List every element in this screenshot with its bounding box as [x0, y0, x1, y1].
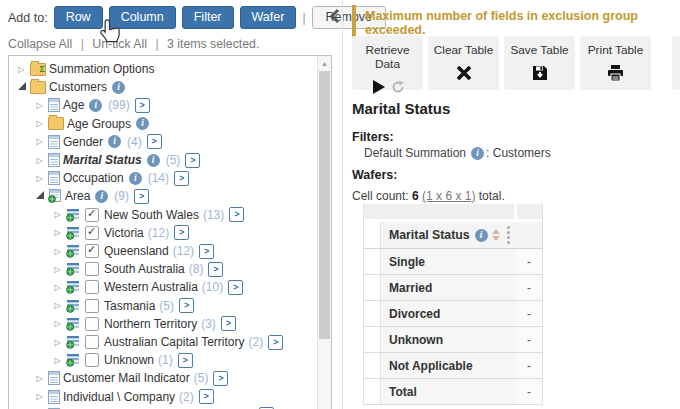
drill-arrow-icon[interactable]: >	[179, 298, 194, 313]
tree-scrollbar[interactable]: ▲	[317, 56, 331, 409]
expand-arrow-icon[interactable]: ▷	[51, 226, 64, 240]
expand-arrow-icon[interactable]: ▷	[33, 371, 46, 385]
drill-arrow-icon[interactable]: >	[174, 171, 189, 186]
tree-item-marital-status[interactable]: ▷Marital Statusi(5)>	[33, 151, 332, 169]
tree-item-australian-capital-territory[interactable]: ▷Australian Capital Territory(2)>	[51, 333, 332, 351]
info-icon[interactable]: i	[147, 154, 160, 167]
column-menu-icon[interactable]	[507, 226, 510, 244]
expand-arrow-icon[interactable]: ▷	[33, 98, 46, 112]
item-checkbox[interactable]	[85, 244, 99, 258]
expand-arrow-icon[interactable]: ▷	[51, 244, 64, 258]
item-checkbox[interactable]	[85, 335, 99, 349]
expand-arrow-icon[interactable]: ▷	[51, 208, 64, 222]
tree-item-customers[interactable]: Customersi	[15, 78, 315, 96]
row-label[interactable]: Not Applicable	[381, 353, 516, 378]
collapse-arrow-icon[interactable]	[15, 80, 28, 94]
retrieve-data-button[interactable]: Retrieve Data	[352, 36, 423, 90]
collapse-panel-chevron-icon[interactable]	[330, 8, 340, 27]
expand-arrow-icon[interactable]: ▷	[15, 62, 28, 76]
drill-arrow-icon[interactable]: >	[199, 389, 214, 404]
expand-arrow-icon[interactable]: ▷	[51, 335, 64, 349]
expand-arrow-icon[interactable]: ▷	[51, 317, 64, 331]
drill-arrow-icon[interactable]: >	[134, 189, 149, 204]
tree-item-area[interactable]: Areai(9)>	[33, 187, 332, 205]
drill-arrow-icon[interactable]: >	[208, 262, 223, 277]
sort-icon[interactable]	[492, 225, 500, 245]
add-to-column-button[interactable]: Column	[109, 6, 176, 29]
expand-arrow-icon[interactable]: ▷	[33, 390, 46, 404]
tree-item-south-australia[interactable]: ▷South Australia(8)>	[51, 260, 332, 278]
tree-item-victoria[interactable]: ▷Victoria(12)>	[51, 224, 332, 242]
info-icon[interactable]: i	[136, 117, 149, 130]
row-label[interactable]: Single	[381, 249, 516, 274]
print-table-button[interactable]: Print Table	[580, 36, 651, 90]
drill-arrow-icon[interactable]: >	[228, 280, 243, 295]
collapse-all-link[interactable]: Collapse All	[8, 37, 72, 51]
row-label[interactable]: Married	[381, 275, 516, 300]
row-label[interactable]: Total	[381, 379, 516, 404]
toolbar-button-partial[interactable]	[672, 36, 680, 90]
tree-item-queensland[interactable]: ▷Queensland(12)>	[51, 242, 332, 260]
tree-item-gender[interactable]: ▷Genderi(4)>	[33, 133, 332, 151]
drill-arrow-icon[interactable]: >	[268, 335, 283, 350]
drill-arrow-icon[interactable]: >	[147, 134, 162, 149]
tree-item-tasmania[interactable]: ▷Tasmania(5)>	[51, 297, 332, 315]
drill-arrow-icon[interactable]: >	[199, 244, 214, 259]
scroll-up-icon[interactable]: ▲	[318, 59, 331, 69]
tree-item-occupation[interactable]: ▷Occupationi(14)>	[33, 169, 332, 187]
info-icon[interactable]: i	[129, 172, 142, 185]
info-icon[interactable]: i	[112, 81, 125, 94]
info-icon[interactable]: i	[108, 135, 121, 148]
tree-item-age-groups[interactable]: ▷Age Groupsi	[33, 115, 332, 133]
add-to-row-button[interactable]: Row	[54, 6, 103, 29]
row-handle	[364, 301, 381, 326]
drill-arrow-icon[interactable]: >	[213, 371, 228, 386]
tree-item-new-south-wales[interactable]: ▷New South Wales(13)>	[51, 206, 332, 224]
item-checkbox[interactable]	[85, 353, 99, 367]
drill-arrow-icon[interactable]: >	[174, 225, 189, 240]
item-checkbox[interactable]	[85, 299, 99, 313]
clear-table-button[interactable]: Clear Table	[428, 36, 499, 90]
item-checkbox[interactable]	[85, 262, 99, 276]
expand-arrow-icon[interactable]: ▷	[51, 280, 64, 294]
untick-all-link[interactable]: Un-tick All	[92, 37, 147, 51]
cell-count-link[interactable]: (1 x 6 x 1)	[422, 189, 475, 203]
tree-item-age[interactable]: ▷Agei(99)>	[33, 96, 332, 114]
info-icon[interactable]: i	[475, 229, 488, 242]
row-label[interactable]: Divorced	[381, 301, 516, 326]
expand-arrow-icon[interactable]: ▷	[51, 353, 64, 367]
drill-arrow-icon[interactable]: >	[221, 316, 236, 331]
info-icon[interactable]: i	[89, 99, 102, 112]
expand-arrow-icon[interactable]: ▷	[51, 299, 64, 313]
item-checkbox[interactable]	[85, 208, 99, 222]
add-to-filter-button[interactable]: Filter	[182, 6, 234, 29]
drill-arrow-icon[interactable]: >	[185, 153, 200, 168]
tree-item-customer-mail-indicator[interactable]: ▷Customer Mail Indicator(5)>	[33, 369, 332, 387]
tree-item-summation-options[interactable]: ▷ΣSummation Options	[15, 60, 315, 78]
collapse-arrow-icon[interactable]	[33, 189, 46, 203]
value-count: (3)	[201, 317, 216, 331]
table-icon	[48, 135, 60, 149]
expand-arrow-icon[interactable]: ▷	[51, 262, 64, 276]
row-label[interactable]: Unknown	[381, 327, 516, 352]
drill-arrow-icon[interactable]: >	[229, 207, 244, 222]
item-checkbox[interactable]	[85, 226, 99, 240]
item-checkbox[interactable]	[85, 280, 99, 294]
tree-item-western-australia[interactable]: ▷Western Australia(10)>	[51, 278, 332, 296]
save-table-button[interactable]: Save Table	[504, 36, 575, 90]
drill-arrow-icon[interactable]: >	[178, 353, 193, 368]
expand-arrow-icon[interactable]: ▷	[33, 153, 46, 167]
table-column-header[interactable]: Marital Status i	[381, 222, 516, 248]
expand-arrow-icon[interactable]: ▷	[33, 135, 46, 149]
add-to-wafer-button[interactable]: Wafer	[240, 6, 297, 29]
expand-arrow-icon[interactable]: ▷	[33, 117, 46, 131]
info-icon[interactable]: i	[471, 147, 484, 160]
scrollbar-thumb[interactable]	[319, 71, 330, 339]
expand-arrow-icon[interactable]: ▷	[33, 171, 46, 185]
tree-item-northern-territory[interactable]: ▷Northern Territory(3)>	[51, 315, 332, 333]
drill-arrow-icon[interactable]: >	[135, 98, 150, 113]
tree-item-individual-company[interactable]: ▷Individual \ Company(2)>	[33, 388, 332, 406]
tree-item-unknown[interactable]: ▷Unknown(1)>	[51, 351, 332, 369]
info-icon[interactable]: i	[95, 190, 108, 203]
item-checkbox[interactable]	[85, 317, 99, 331]
